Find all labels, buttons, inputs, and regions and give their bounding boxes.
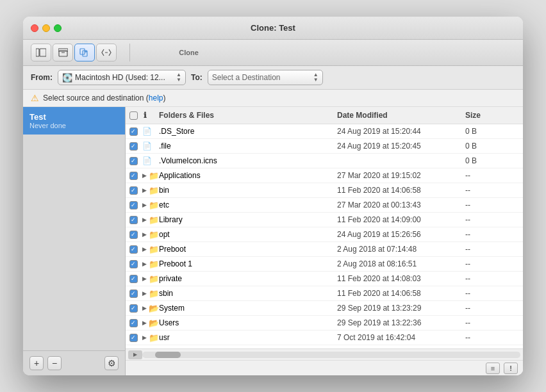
svg-rect-0: [36, 49, 39, 56]
toolbar: Clone: [23, 40, 523, 66]
file-checkbox[interactable]: ✓: [129, 186, 138, 195]
file-checkbox[interactable]: ✓: [129, 334, 138, 342]
disclosure-triangle[interactable]: ▶: [142, 320, 147, 326]
file-icon-cell: ▶📁: [141, 230, 156, 240]
file-rows: ✓📄.DS_Store24 Aug 2019 at 15:20:440 B✓📄.…: [126, 124, 523, 348]
file-size: --: [463, 332, 508, 343]
from-dropdown[interactable]: 💽 Macintosh HD (Used: 12... ▲ ▼: [58, 70, 186, 85]
checkbox-cell: ✓: [126, 172, 141, 180]
disclosure-triangle[interactable]: ▶: [142, 305, 147, 311]
file-date: 7 Oct 2019 at 16:42:04: [335, 332, 463, 343]
file-date: 24 Aug 2019 at 15:20:44: [335, 126, 463, 137]
traffic-lights: [31, 24, 62, 32]
to-dropdown[interactable]: Select a Destination ▲ ▼: [208, 70, 323, 85]
file-size: 0 B: [463, 140, 508, 152]
file-checkbox[interactable]: ✓: [129, 275, 138, 283]
file-checkbox[interactable]: ✓: [129, 245, 138, 254]
file-extra: [508, 204, 523, 206]
file-checkbox[interactable]: ✓: [129, 142, 138, 151]
file-date: 27 Mar 2020 at 19:15:02: [335, 170, 463, 181]
file-name: .DS_Store: [156, 126, 335, 137]
checkbox-cell: ✓: [126, 186, 141, 195]
list-view-button[interactable]: ≡: [486, 363, 500, 374]
list-icon: ≡: [491, 364, 495, 372]
file-extra: [508, 277, 523, 280]
close-button[interactable]: [31, 24, 38, 32]
compare-button[interactable]: [96, 44, 117, 61]
add-item-button[interactable]: +: [29, 356, 44, 370]
disclosure-triangle[interactable]: ▶: [142, 202, 147, 208]
file-checkbox[interactable]: ✓: [129, 127, 138, 136]
checkbox-cell: ✓: [126, 216, 141, 224]
file-extra: [508, 248, 523, 250]
file-icon-cell: ▶📁: [141, 171, 156, 181]
file-icon-cell: ▶📁: [141, 259, 156, 269]
hd-icon: 💽: [62, 73, 72, 83]
info-icon: ⚠: [31, 93, 39, 103]
file-date: 29 Sep 2019 at 13:22:36: [335, 317, 463, 329]
file-checkbox[interactable]: ✓: [129, 201, 138, 209]
clone-icon: [79, 48, 90, 57]
disclosure-triangle[interactable]: ▶: [142, 290, 147, 297]
gear-icon: ⚙: [108, 358, 116, 368]
file-checkbox[interactable]: ✓: [129, 231, 138, 239]
scroll-track[interactable]: [142, 352, 520, 358]
file-extra: [508, 130, 523, 133]
file-checkbox[interactable]: ✓: [129, 304, 138, 313]
file-name: Users: [156, 317, 335, 329]
help-link[interactable]: help: [149, 94, 163, 102]
file-extra: [508, 145, 523, 147]
disclosure-triangle[interactable]: ▶: [142, 187, 147, 193]
disclosure-triangle[interactable]: ▶: [142, 334, 147, 341]
file-checkbox[interactable]: ✓: [129, 290, 138, 298]
file-name: Applications: [156, 170, 335, 181]
checkbox-cell: ✓: [126, 334, 141, 342]
file-checkbox[interactable]: ✓: [129, 319, 138, 327]
file-icon-cell: ▶📁: [141, 245, 156, 254]
disclosure-triangle[interactable]: ▶: [142, 246, 147, 252]
file-checkbox[interactable]: ✓: [129, 260, 138, 268]
file-name: private: [156, 273, 335, 284]
file-checkbox[interactable]: ✓: [129, 157, 138, 165]
file-size: --: [463, 229, 508, 240]
remove-item-button[interactable]: −: [47, 356, 62, 370]
file-date: 24 Aug 2019 at 15:26:56: [335, 229, 463, 240]
info-button[interactable]: !: [504, 363, 518, 374]
maximize-button[interactable]: [54, 24, 62, 32]
minimize-button[interactable]: [42, 24, 50, 32]
main-window: Clone: Test: [23, 17, 523, 375]
file-icon: 📄: [142, 156, 152, 165]
checkbox-cell: ✓: [126, 231, 141, 239]
sidebar-icon: [36, 48, 46, 57]
file-icon-cell: ▶📁: [141, 289, 156, 298]
file-icon-cell: 📄: [141, 127, 156, 136]
disclosure-triangle[interactable]: ▶: [142, 216, 147, 223]
archive-button[interactable]: [53, 44, 73, 61]
info-bar: ⚠ Select source and destination (help): [23, 90, 523, 107]
file-name: .file: [156, 140, 335, 152]
file-size: --: [463, 317, 508, 329]
play-button[interactable]: ▶: [128, 350, 142, 359]
checkbox-cell: ✓: [126, 245, 141, 254]
titlebar: Clone: Test: [23, 17, 523, 40]
svg-rect-3: [58, 49, 68, 51]
file-checkbox[interactable]: ✓: [129, 216, 138, 224]
file-extra: [508, 174, 523, 177]
disclosure-triangle[interactable]: ▶: [142, 231, 147, 238]
sidebar-toggle-button[interactable]: [31, 44, 51, 61]
file-checkbox[interactable]: ✓: [129, 172, 138, 180]
disclosure-triangle[interactable]: ▶: [142, 261, 147, 267]
file-size: --: [463, 170, 508, 181]
from-label: From:: [31, 73, 53, 82]
file-icon-cell: ▶📁: [141, 200, 156, 210]
disclosure-triangle[interactable]: ▶: [142, 172, 147, 179]
disclosure-triangle[interactable]: ▶: [142, 275, 147, 282]
to-value: Select a Destination: [212, 73, 281, 82]
sidebar-item-test[interactable]: Test Never done: [23, 107, 125, 135]
clone-button[interactable]: [74, 44, 95, 61]
header-date: Date Modified: [335, 110, 463, 121]
gear-button[interactable]: ⚙: [104, 356, 119, 370]
file-date: 27 Mar 2020 at 00:13:43: [335, 199, 463, 211]
scroll-thumb[interactable]: [155, 352, 181, 358]
file-extra: [508, 189, 523, 192]
